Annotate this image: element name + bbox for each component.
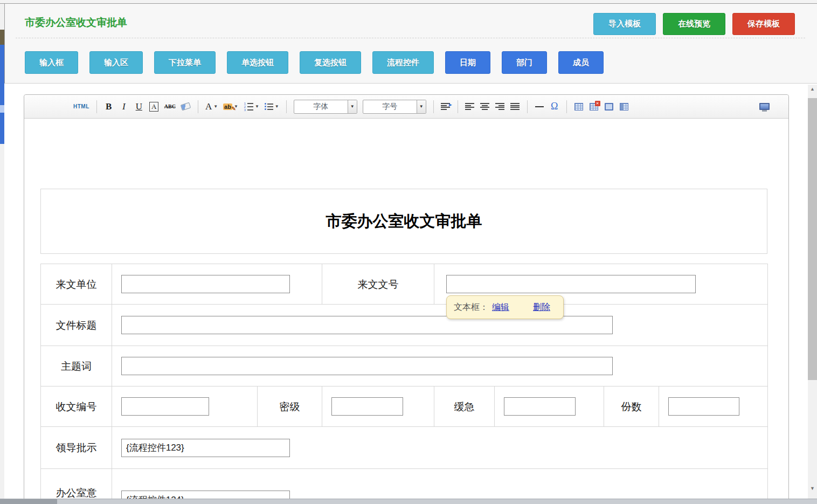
scroll-down-arrow-icon[interactable]: ▼ [808, 486, 817, 491]
background-page-sliver [0, 4, 4, 504]
font-color-icon[interactable]: A▼ [204, 99, 219, 114]
form-fields-table: 来文单位 来文文号 文件标题 主题词 收文编号 密级 缓急 份数 [40, 264, 768, 504]
toolbar-separator [286, 100, 287, 113]
dashed-separator [16, 38, 805, 38]
eraser-icon[interactable] [179, 99, 192, 114]
import-template-button[interactable]: 导入模板 [593, 13, 656, 35]
italic-icon[interactable]: I [117, 99, 130, 114]
cell-properties-icon[interactable] [618, 99, 631, 114]
special-char-icon[interactable]: Ω [548, 99, 561, 114]
toolbar-separator [566, 100, 567, 113]
chevron-down-icon[interactable]: ▼ [348, 100, 357, 113]
urgency-label: 缓急 [434, 386, 495, 427]
widget-toolbar: 输入框 输入区 下拉菜单 单选按钮 复选按钮 流程控件 日期 部门 成员 [25, 51, 604, 74]
align-right-icon[interactable] [494, 99, 507, 114]
align-justify-icon[interactable] [509, 99, 522, 114]
delete-link[interactable]: 删除 [533, 302, 550, 313]
highlight-color-icon[interactable]: ab✎▼ [221, 99, 240, 114]
chevron-down-icon[interactable]: ▼ [417, 100, 426, 113]
toolbar-separator [198, 100, 198, 113]
bold-icon[interactable]: B [102, 99, 115, 114]
vertical-scrollbar-thumb[interactable] [808, 98, 817, 380]
horizontal-scrollbar[interactable] [0, 499, 817, 504]
toolbar-separator [527, 100, 528, 113]
copies-label: 份数 [604, 386, 659, 427]
widget-textarea-button[interactable]: 输入区 [89, 51, 143, 74]
horizontal-scrollbar-thumb[interactable] [0, 499, 57, 504]
widget-flow-control-button[interactable]: 流程控件 [372, 51, 434, 74]
copies-input[interactable] [668, 397, 739, 416]
editor-content[interactable]: 市委办公室收文审批单 来文单位 来文文号 文件标题 主题词 收文 [24, 119, 788, 504]
table-row: 来文单位 来文文号 [41, 264, 768, 305]
keywords-input[interactable] [121, 357, 613, 375]
horizontal-rule-icon[interactable] [533, 99, 546, 114]
security-level-label: 密级 [258, 386, 322, 427]
window-top-edge [0, 0, 817, 4]
strikethrough-icon[interactable]: ABC [163, 99, 177, 114]
security-level-input[interactable] [331, 397, 403, 416]
widget-checkbox-button[interactable]: 复选按钮 [300, 51, 361, 74]
doc-title-label: 文件标题 [41, 305, 112, 346]
template-actions: 导入模板 在线预览 保存模板 [593, 13, 795, 35]
online-preview-button[interactable]: 在线预览 [663, 13, 725, 35]
underline-icon[interactable]: U [133, 99, 146, 114]
urgency-input[interactable] [504, 397, 576, 416]
toolbar-separator [96, 100, 97, 113]
align-center-icon[interactable] [479, 99, 491, 114]
widget-dropdown-button[interactable]: 下拉菜单 [154, 51, 216, 74]
table-row: 收文编号 密级 缓急 份数 [41, 386, 768, 427]
source-icon[interactable]: HTML [72, 99, 91, 114]
receipt-number-input[interactable] [121, 397, 209, 416]
widget-input-box-button[interactable]: 输入框 [25, 51, 78, 74]
vertical-scrollbar[interactable]: ▲ ▼ [808, 85, 817, 499]
source-number-input[interactable] [446, 275, 696, 293]
ordered-list-icon[interactable]: 1 2 3 ▼ [242, 99, 261, 114]
widget-department-button[interactable]: 部门 [502, 51, 547, 74]
edit-link[interactable]: 编辑 [492, 302, 509, 313]
styled-text-icon[interactable]: A [148, 99, 161, 114]
save-template-button[interactable]: 保存模板 [732, 13, 795, 35]
editor-toolbar: HTML B I U A ABC A▼ ab✎▼ 1 2 3 ▼ ▼ 字体 ▼ [24, 95, 788, 119]
insert-table-icon[interactable] [572, 99, 585, 114]
source-number-label: 来文文号 [322, 264, 434, 305]
font-family-select[interactable]: 字体 ▼ [294, 100, 357, 114]
indent-icon[interactable]: ➤ [439, 99, 452, 114]
leader-comment-label: 领导批示 [41, 427, 112, 469]
form-title: 市委办公室收文审批单 [326, 211, 482, 232]
font-size-select[interactable]: 字号 ▼ [363, 100, 426, 114]
background-light-fragment [0, 105, 4, 113]
form-designer-header: 市委办公室收文审批单 导入模板 在线预览 保存模板 输入框 输入区 下拉菜单 单… [4, 4, 817, 84]
table-row: 领导批示 [41, 427, 768, 469]
delete-table-icon[interactable] [587, 99, 600, 114]
receipt-number-label: 收文编号 [41, 386, 112, 427]
source-unit-label: 来文单位 [41, 264, 112, 305]
background-icon-fragment [0, 30, 4, 45]
keywords-label: 主题词 [41, 346, 112, 386]
textbox-tooltip: 文本框： 编辑 删除 [446, 295, 564, 319]
align-left-icon[interactable] [463, 99, 476, 114]
rich-text-editor: HTML B I U A ABC A▼ ab✎▼ 1 2 3 ▼ ▼ 字体 ▼ [24, 94, 789, 504]
tooltip-label: 文本框： [454, 302, 488, 313]
widget-member-button[interactable]: 成员 [558, 51, 604, 74]
widget-date-button[interactable]: 日期 [445, 51, 490, 74]
page-title: 市委办公室收文审批单 [25, 16, 127, 30]
form-title-block: 市委办公室收文审批单 [40, 189, 767, 254]
source-unit-input[interactable] [121, 275, 290, 293]
scroll-up-arrow-icon[interactable]: ▲ [808, 86, 817, 92]
table-row: 文件标题 [41, 305, 768, 346]
toolbar-separator [458, 100, 458, 113]
table-properties-icon[interactable] [603, 99, 615, 114]
toolbar-separator [433, 100, 434, 113]
leader-comment-input[interactable] [121, 439, 290, 457]
table-row: 主题词 [41, 346, 768, 386]
unordered-list-icon[interactable]: ▼ [263, 99, 281, 114]
background-blue-fragment [0, 45, 4, 144]
fullscreen-icon[interactable] [758, 99, 771, 114]
widget-radio-button[interactable]: 单选按钮 [227, 51, 288, 74]
